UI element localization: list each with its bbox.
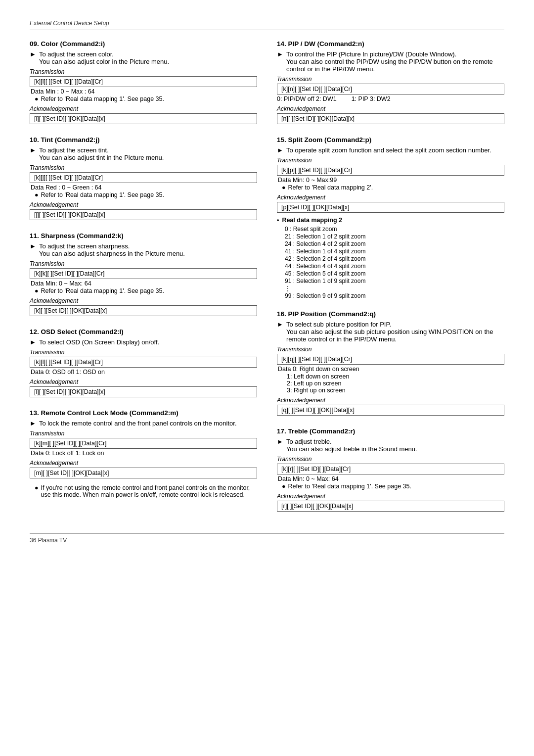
data-line-12: Data 0: OSD off 1: OSD on	[31, 369, 257, 376]
ack-label-15: Acknowledgement	[277, 194, 504, 201]
section-11-desc: ► To adjust the screen sharpness.You can…	[30, 242, 257, 257]
section-12-title: 12. OSD Select (Command2:l)	[30, 328, 257, 335]
page-footer: 36 Plasma TV	[30, 533, 504, 544]
bullet-11: ● Refer to 'Real data mapping 1'. See pa…	[35, 287, 257, 294]
section-15: 15. Split Zoom (Command2:p) ► To operate…	[277, 136, 504, 299]
extra-note-13: ● If you're not using the remote control…	[35, 484, 257, 498]
transmission-label-16: Transmission	[277, 346, 504, 353]
ack-code-15: [p][Set ID][ ][OK][Data][x]	[277, 202, 504, 213]
transmission-label-12: Transmission	[30, 349, 257, 356]
data-line-11: Data Min: 0 ~ Max: 64	[31, 280, 257, 287]
footer-left: 36 Plasma TV	[30, 537, 67, 544]
transmission-code-14: [k][n][ ][Set ID][ ][Data][Cr]	[277, 84, 504, 94]
header-text: External Control Device Setup	[30, 20, 109, 27]
data-line-16-1: 1: Left down on screen	[287, 373, 504, 380]
section-14: 14. PIP / DW (Command2:n) ► To control t…	[277, 40, 504, 125]
transmission-code-15: [k][p][ ][Set ID][ ][Data][Cr]	[277, 165, 504, 176]
data-line-16-3: 3: Right up on screen	[287, 387, 504, 394]
transmission-label-13: Transmission	[30, 430, 257, 437]
transmission-code-11: [k][k][ ][Set ID][ ][Data][Cr]	[30, 268, 257, 279]
transmission-code-10: [k][j][ ][Set ID][ ][Data][Cr]	[30, 172, 257, 183]
section-09-title: 09. Color (Command2:i)	[30, 40, 257, 47]
transmission-code-17: [k][r][ ][Set ID][ ][Data][Cr]	[277, 464, 504, 474]
section-14-desc: ► To control the PIP (Picture In picture…	[277, 50, 504, 73]
ack-code-13: [m][ ][Set ID][ ][OK][Data][x]	[30, 468, 257, 478]
section-17-desc: ► To adjust treble.You can also adjust t…	[277, 438, 504, 453]
ack-label-17: Acknowledgement	[277, 493, 504, 500]
arrow-icon: ►	[277, 146, 283, 154]
arrow-icon: ►	[277, 50, 283, 58]
section-12-desc: ► To select OSD (On Screen Display) on/o…	[30, 338, 257, 346]
section-17: 17. Treble (Command2:r) ► To adjust treb…	[277, 427, 504, 513]
real-data-title-15: Real data mapping 2	[277, 217, 504, 224]
section-16-title: 16. PIP Position (Command2:q)	[277, 310, 504, 318]
arrow-icon: ►	[30, 420, 36, 427]
data-line-16-0: Data 0: Right down on screen	[278, 366, 504, 373]
left-column: 09. Color (Command2:i) ► To adjust the s…	[30, 40, 257, 523]
arrow-icon: ►	[30, 50, 36, 58]
ack-label-13: Acknowledgement	[30, 460, 257, 467]
transmission-label-17: Transmission	[277, 456, 504, 463]
data-two-col-14: 0: PIP/DW off 2: DW1 1: PIP 3: DW2	[277, 95, 504, 102]
transmission-code-13: [k][m][ ][Set ID][ ][Data][Cr]	[30, 438, 257, 449]
section-13-title: 13. Remote Control Lock Mode (Command2:m…	[30, 409, 257, 417]
arrow-icon: ►	[30, 242, 36, 250]
section-10: 10. Tint (Command2:j) ► To adjust the sc…	[30, 136, 257, 221]
transmission-label-15: Transmission	[277, 157, 504, 164]
transmission-label-10: Transmission	[30, 164, 257, 171]
section-13: 13. Remote Control Lock Mode (Command2:m…	[30, 409, 257, 498]
ack-label-10: Acknowledgement	[30, 201, 257, 208]
section-15-desc: ► To operate split zoom function and sel…	[277, 146, 504, 154]
data-line-10: Data Red : 0 ~ Green : 64	[31, 184, 257, 191]
bullet-09: ● Refer to 'Real data mapping 1'. See pa…	[35, 95, 257, 102]
transmission-code-12: [k][l][ ][Set ID][ ][Data][Cr]	[30, 357, 257, 368]
bullet-15: ● Refer to 'Real data mapping 2'.	[282, 184, 504, 191]
ack-code-11: [k][ ][Set ID][ ][OK][Data][x]	[30, 305, 257, 316]
arrow-icon: ►	[277, 438, 283, 445]
ack-label-14: Acknowledgement	[277, 105, 504, 112]
ack-code-10: [j][ ][Set ID][ ][OK][Data][x]	[30, 209, 257, 220]
ack-code-12: [l][ ][Set ID][ ][OK][Data][x]	[30, 386, 257, 397]
section-10-desc: ► To adjust the screen tint.You can also…	[30, 146, 257, 161]
bullet-10: ● Refer to 'Real data mapping 1'. See pa…	[35, 191, 257, 198]
ack-code-14: [n][ ][Set ID][ ][OK][Data][x]	[277, 113, 504, 124]
ack-label-11: Acknowledgement	[30, 297, 257, 304]
transmission-label-09: Transmission	[30, 68, 257, 75]
main-content: 09. Color (Command2:i) ► To adjust the s…	[30, 40, 504, 523]
section-16-desc: ► To select sub picture position for PIP…	[277, 321, 504, 343]
section-13-desc: ► To lock the remote control and the fro…	[30, 420, 257, 427]
right-column: 14. PIP / DW (Command2:n) ► To control t…	[277, 40, 504, 523]
section-16: 16. PIP Position (Command2:q) ► To selec…	[277, 310, 504, 417]
section-17-title: 17. Treble (Command2:r)	[277, 427, 504, 435]
data-line-09: Data Min : 0 ~ Max : 64	[31, 88, 257, 95]
ack-code-16: [q][ ][Set ID][ ][OK][Data][x]	[277, 405, 504, 416]
data-line-13: Data 0: Lock off 1: Lock on	[31, 450, 257, 457]
arrow-icon: ►	[30, 146, 36, 154]
section-09-desc: ► To adjust the screen color.You can als…	[30, 50, 257, 65]
ack-label-09: Acknowledgement	[30, 105, 257, 112]
section-12: 12. OSD Select (Command2:l) ► To select …	[30, 328, 257, 398]
arrow-icon: ►	[30, 338, 36, 346]
data-line-16-2: 2: Left up on screen	[287, 380, 504, 387]
real-data-list-15: 0 : Reset split zoom 21 : Selection 1 of…	[285, 226, 504, 299]
ack-code-09: [i][ ][Set ID][ ][OK][Data][x]	[30, 113, 257, 124]
data-line-15: Data Min: 0 ~ Max:99	[278, 177, 504, 184]
ack-code-17: [r][ ][Set ID][ ][OK][Data][x]	[277, 501, 504, 512]
transmission-code-16: [k][q][ ][Set ID][ ][Data][Cr]	[277, 354, 504, 365]
transmission-code-09: [k][i][ ][Set ID][ ][Data][Cr]	[30, 76, 257, 87]
ack-label-12: Acknowledgement	[30, 378, 257, 385]
data-line-17: Data Min: 0 ~ Max: 64	[278, 475, 504, 482]
transmission-label-11: Transmission	[30, 260, 257, 267]
section-09: 09. Color (Command2:i) ► To adjust the s…	[30, 40, 257, 125]
section-15-title: 15. Split Zoom (Command2:p)	[277, 136, 504, 143]
section-11-title: 11. Sharpness (Command2:k)	[30, 232, 257, 239]
section-10-title: 10. Tint (Command2:j)	[30, 136, 257, 143]
section-14-title: 14. PIP / DW (Command2:n)	[277, 40, 504, 47]
page: External Control Device Setup 09. Color …	[0, 0, 534, 564]
bullet-17: ● Refer to 'Real data mapping 1'. See pa…	[282, 483, 504, 490]
section-11: 11. Sharpness (Command2:k) ► To adjust t…	[30, 232, 257, 317]
arrow-icon: ►	[277, 321, 283, 328]
page-header: External Control Device Setup	[30, 20, 504, 30]
transmission-label-14: Transmission	[277, 76, 504, 83]
ack-label-16: Acknowledgement	[277, 397, 504, 404]
